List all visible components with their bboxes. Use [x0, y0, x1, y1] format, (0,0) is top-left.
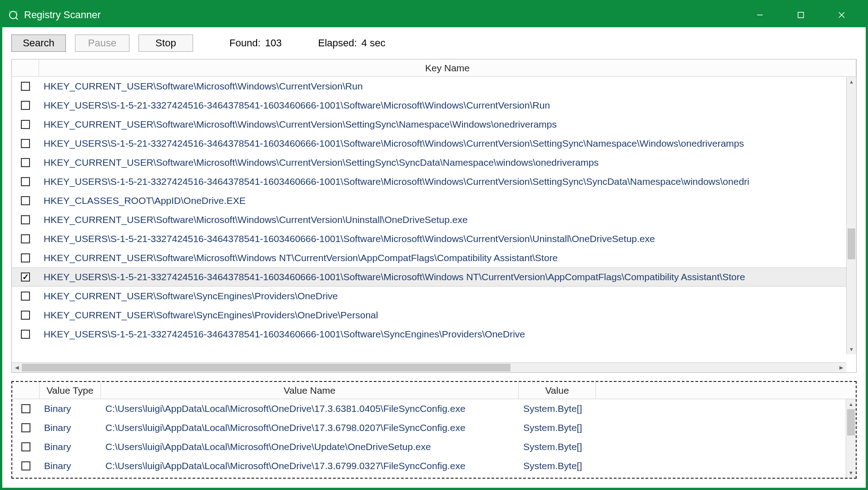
scroll-track[interactable] — [22, 363, 836, 372]
table-row[interactable]: HKEY_USERS\S-1-5-21-3327424516-346437854… — [12, 229, 856, 248]
row-checkbox[interactable] — [21, 442, 30, 451]
table-row[interactable]: HKEY_USERS\S-1-5-21-3327424516-346437854… — [12, 96, 856, 115]
row-checkbox-cell — [12, 215, 39, 224]
row-checkbox[interactable] — [21, 177, 30, 186]
values-column-type[interactable]: Value Type — [40, 382, 101, 399]
app-icon — [8, 10, 19, 20]
table-row[interactable]: HKEY_CURRENT_USER\Software\Microsoft\Win… — [12, 77, 856, 96]
value-data: System.Byte[] — [519, 460, 596, 471]
search-button[interactable]: Search — [11, 35, 66, 52]
row-checkbox[interactable] — [21, 292, 30, 301]
table-row[interactable]: HKEY_USERS\S-1-5-21-3327424516-346437854… — [12, 134, 856, 153]
app-window: Registry Scanner Search Pause Stop Found… — [2, 2, 866, 488]
keys-vertical-scrollbar[interactable]: ▲ ▼ — [846, 77, 856, 354]
scroll-thumb[interactable] — [848, 228, 855, 259]
keys-grid: Key Name HKEY_CURRENT_USER\Software\Micr… — [11, 59, 857, 373]
key-path: HKEY_CURRENT_USER\Software\Microsoft\Win… — [39, 119, 856, 130]
scroll-up-icon[interactable]: ▲ — [847, 77, 856, 87]
values-column-value[interactable]: Value — [519, 382, 596, 399]
keys-column-checkbox[interactable] — [12, 59, 39, 76]
scroll-track[interactable] — [847, 87, 856, 344]
values-vertical-scrollbar[interactable]: ▲ ▼ — [846, 399, 856, 478]
scroll-right-icon[interactable]: ▶ — [836, 363, 846, 372]
row-checkbox-cell — [12, 292, 39, 301]
svg-rect-2 — [9, 11, 11, 13]
table-row[interactable]: HKEY_CLASSES_ROOT\AppID\OneDrive.EXE — [12, 191, 856, 210]
table-row[interactable]: BinaryC:\Users\luigi\AppData\Local\Micro… — [12, 456, 856, 475]
row-checkbox-cell — [12, 423, 40, 432]
row-checkbox-cell — [12, 404, 40, 413]
table-row[interactable]: HKEY_USERS\S-1-5-21-3327424516-346437854… — [12, 325, 856, 344]
keys-horizontal-scrollbar[interactable]: ◀ ▶ — [12, 362, 846, 372]
row-checkbox-cell — [12, 82, 39, 91]
close-button[interactable] — [821, 2, 862, 27]
key-path: HKEY_USERS\S-1-5-21-3327424516-346437854… — [39, 176, 856, 187]
key-path: HKEY_CURRENT_USER\Software\SyncEngines\P… — [39, 310, 856, 321]
row-checkbox[interactable] — [21, 330, 30, 339]
titlebar: Registry Scanner — [2, 2, 866, 27]
scroll-track[interactable] — [846, 409, 856, 468]
row-checkbox[interactable] — [21, 101, 30, 110]
key-path: HKEY_CURRENT_USER\Software\Microsoft\Win… — [39, 252, 856, 263]
value-name: C:\Users\luigi\AppData\Local\Microsoft\O… — [101, 441, 519, 452]
row-checkbox[interactable] — [21, 158, 30, 167]
row-checkbox[interactable] — [21, 423, 30, 432]
row-checkbox[interactable] — [21, 139, 30, 148]
svg-rect-5 — [798, 12, 804, 18]
table-row[interactable]: BinaryC:\Users\luigi\AppData\Local\Micro… — [12, 418, 856, 437]
stop-button[interactable]: Stop — [139, 35, 193, 52]
minimize-button[interactable] — [739, 2, 780, 27]
key-path: HKEY_CURRENT_USER\Software\Microsoft\Win… — [39, 214, 856, 225]
row-checkbox[interactable] — [21, 311, 30, 320]
scroll-down-icon[interactable]: ▼ — [847, 344, 856, 354]
scroll-up-icon[interactable]: ▲ — [846, 399, 856, 409]
row-checkbox-cell — [12, 101, 39, 110]
table-row[interactable]: HKEY_CURRENT_USER\Software\SyncEngines\P… — [12, 287, 856, 306]
value-type: Binary — [40, 460, 101, 471]
key-path: HKEY_USERS\S-1-5-21-3327424516-346437854… — [39, 100, 856, 111]
toolbar: Search Pause Stop Found: 103 Elapsed: 4 … — [2, 27, 866, 59]
table-row[interactable]: HKEY_USERS\S-1-5-21-3327424516-346437854… — [12, 267, 856, 287]
row-checkbox[interactable] — [21, 461, 30, 470]
row-checkbox-cell — [12, 272, 39, 282]
value-name: C:\Users\luigi\AppData\Local\Microsoft\O… — [101, 422, 519, 433]
keys-column-keyname-label: Key Name — [425, 63, 470, 74]
value-data: System.Byte[] — [519, 422, 596, 433]
row-checkbox-cell — [12, 330, 39, 339]
table-row[interactable]: HKEY_USERS\S-1-5-21-3327424516-346437854… — [12, 172, 856, 191]
table-row[interactable]: HKEY_CURRENT_USER\Software\Microsoft\Win… — [12, 153, 856, 172]
table-row[interactable]: HKEY_CURRENT_USER\Software\SyncEngines\P… — [12, 306, 856, 325]
row-checkbox-cell — [12, 234, 39, 243]
row-checkbox[interactable] — [21, 196, 30, 205]
scroll-thumb[interactable] — [847, 409, 855, 436]
maximize-button[interactable] — [780, 2, 821, 27]
values-column-name-label: Value Name — [283, 385, 335, 396]
table-row[interactable]: BinaryC:\Users\luigi\AppData\Local\Micro… — [12, 437, 856, 456]
scroll-down-icon[interactable]: ▼ — [846, 468, 856, 478]
value-data: System.Byte[] — [519, 441, 596, 452]
row-checkbox[interactable] — [21, 404, 30, 413]
pause-button[interactable]: Pause — [75, 35, 129, 52]
scroll-thumb[interactable] — [22, 364, 511, 371]
values-column-checkbox[interactable] — [12, 382, 40, 399]
row-checkbox[interactable] — [21, 215, 30, 224]
row-checkbox[interactable] — [21, 272, 30, 282]
row-checkbox[interactable] — [21, 253, 30, 262]
close-icon — [838, 12, 845, 18]
key-path: HKEY_USERS\S-1-5-21-3327424516-346437854… — [39, 329, 856, 340]
table-row[interactable]: HKEY_CURRENT_USER\Software\Microsoft\Win… — [12, 210, 856, 229]
keys-column-keyname[interactable]: Key Name — [39, 59, 856, 76]
table-row[interactable]: HKEY_CURRENT_USER\Software\Microsoft\Win… — [12, 115, 856, 134]
key-path: HKEY_CLASSES_ROOT\AppID\OneDrive.EXE — [39, 195, 856, 206]
row-checkbox[interactable] — [21, 120, 30, 129]
values-column-name[interactable]: Value Name — [101, 382, 519, 399]
values-column-value-label: Value — [545, 385, 569, 396]
minimize-icon — [757, 12, 763, 18]
row-checkbox[interactable] — [21, 82, 30, 91]
scroll-left-icon[interactable]: ◀ — [12, 363, 22, 372]
row-checkbox[interactable] — [21, 234, 30, 243]
table-row[interactable]: HKEY_CURRENT_USER\Software\Microsoft\Win… — [12, 248, 856, 267]
row-checkbox-cell — [12, 461, 40, 470]
row-checkbox-cell — [12, 158, 39, 167]
table-row[interactable]: BinaryC:\Users\luigi\AppData\Local\Micro… — [12, 399, 856, 418]
